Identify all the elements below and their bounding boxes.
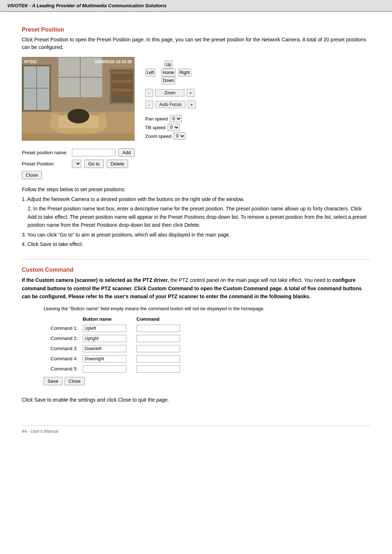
cmd-label-3: Command 3:	[44, 344, 80, 354]
steps-section: Follow the steps below to set preset pos…	[22, 186, 370, 248]
svg-rect-16	[112, 93, 132, 96]
zoom-speed-row: Zoom speed 0123	[145, 132, 196, 140]
right-button[interactable]: Right	[178, 69, 191, 77]
cmd-actions: Save Close	[44, 377, 370, 385]
preset-close-button[interactable]: Close	[22, 171, 42, 179]
cmd-close-button[interactable]: Close	[65, 377, 85, 385]
col-label-header	[44, 315, 80, 323]
cmd-row-3: Command 3:	[44, 344, 183, 354]
steps-intro: Follow the steps below to set preset pos…	[22, 186, 370, 192]
tilt-speed-label: Tilt speed	[145, 125, 166, 130]
cmd-name-input-5[interactable]	[83, 365, 126, 373]
svg-rect-19	[51, 114, 58, 128]
goto-button[interactable]: Go to	[84, 160, 104, 168]
cmd-command-input-3[interactable]	[136, 345, 180, 352]
cmd-name-input-3[interactable]	[83, 345, 126, 352]
zoom-minus-button[interactable]: -	[145, 89, 153, 97]
cmd-name-input-1[interactable]	[83, 325, 126, 332]
preset-position-select[interactable]	[72, 160, 81, 168]
col-command-header: Command	[129, 315, 183, 323]
cmd-name-input-cell-4	[80, 354, 129, 364]
svg-rect-15	[112, 89, 132, 91]
preset-position-label: Preset Position:	[22, 161, 69, 167]
page-footer: 44 - User's Manual	[22, 426, 370, 434]
custom-command-intro: If the Custom camera (scanner) is select…	[22, 276, 370, 300]
down-button[interactable]: Down	[162, 77, 176, 85]
step-3: 3. You can click "Go to" to aim at prese…	[22, 231, 370, 239]
preset-name-label: Preset position name:	[22, 150, 69, 155]
cmd-command-input-cell-3	[129, 344, 183, 354]
cmd-name-input-cell-2	[80, 333, 129, 344]
cmd-table: Button name Command Command 1:Command 2:…	[44, 315, 183, 374]
section-divider	[22, 259, 370, 259]
svg-rect-14	[112, 84, 132, 87]
cmd-name-input-4[interactable]	[83, 355, 126, 362]
cmd-command-input-cell-4	[129, 354, 183, 364]
up-button[interactable]: Up	[164, 61, 172, 69]
custom-command-section: Custom Command If the Custom camera (sca…	[22, 267, 370, 385]
preset-position-section: Preset Position Click Preset Position to…	[22, 26, 370, 179]
autofocus-row: - Auto Focus +	[145, 100, 196, 108]
step-1: 1. Adjust the Network Camera to a desire…	[22, 195, 370, 203]
autofocus-label: Auto Focus	[155, 101, 185, 108]
autofocus-minus-button[interactable]: -	[145, 100, 153, 108]
cmd-row-4: Command 4:	[44, 354, 183, 364]
preset-close-row: Close	[22, 171, 370, 179]
custom-command-title: Custom Command	[22, 267, 370, 273]
controls-panel: Up Left Home Right	[145, 57, 196, 141]
autofocus-plus-button[interactable]: +	[188, 100, 196, 108]
cmd-command-input-cell-2	[129, 333, 183, 344]
camera-overlay: IP7251 2008/05/26 19:18:38	[24, 59, 132, 64]
cmd-table-header: Button name Command	[44, 315, 183, 323]
zoom-plus-button[interactable]: +	[187, 89, 195, 97]
cmd-table-wrapper: Button name Command Command 1:Command 2:…	[44, 315, 370, 385]
svg-rect-22	[22, 134, 135, 141]
cmd-name-input-cell-1	[80, 323, 129, 333]
cmd-row-5: Command 5:	[44, 364, 183, 374]
preset-position-intro: Click Preset Position to open the Preset…	[22, 36, 370, 51]
company-name: VIVOTEK - A Leading Provider of Multimed…	[7, 3, 167, 8]
steps-list: 1. Adjust the Network Camera to a desire…	[22, 195, 370, 248]
delete-button[interactable]: Delete	[107, 160, 128, 168]
svg-rect-13	[112, 80, 132, 83]
cmd-label-2: Command 2:	[44, 333, 80, 344]
intro-rest: the PTZ control panel on the main page w…	[169, 277, 332, 283]
tilt-speed-select[interactable]: 0123	[168, 124, 180, 131]
camera-timestamp: 2008/05/26 19:18:38	[95, 59, 132, 64]
cmd-name-input-cell-3	[80, 344, 129, 354]
pan-speed-row: Pan speed 0123	[145, 115, 196, 122]
preset-position-row: Preset Position: Go to Delete	[22, 160, 370, 168]
camera-section: IP7251 2008/05/26 19:18:38 Up	[22, 57, 370, 141]
cmd-label-5: Command 5:	[44, 364, 80, 374]
cmd-command-input-5[interactable]	[136, 365, 180, 373]
tilt-speed-row: Tilt speed 0123	[145, 124, 196, 131]
col-button-name-header: Button name	[80, 315, 129, 323]
cmd-name-input-2[interactable]	[83, 335, 126, 342]
note-text: Leaving the "Button name" field empty me…	[44, 306, 370, 311]
step-2: 2. In the Preset position name text box,…	[22, 205, 370, 229]
svg-rect-12	[112, 75, 132, 78]
cmd-command-input-cell-1	[129, 323, 183, 333]
left-button[interactable]: Left	[145, 69, 155, 77]
preset-controls: Preset position name: Add Preset Positio…	[22, 148, 370, 179]
cmd-save-button[interactable]: Save	[44, 377, 62, 385]
cmd-row-1: Command 1:	[44, 323, 183, 333]
add-button[interactable]: Add	[118, 148, 135, 157]
cmd-command-input-1[interactable]	[136, 325, 180, 332]
preset-position-title: Preset Position	[22, 26, 370, 33]
cmd-command-input-cell-5	[129, 364, 183, 374]
main-content: Preset Position Click Preset Position to…	[0, 12, 392, 448]
zoom-speed-select[interactable]: 0123	[173, 132, 185, 140]
cmd-name-input-cell-5	[80, 364, 129, 374]
pan-speed-label: Pan speed	[145, 116, 168, 122]
cmd-label-4: Command 4:	[44, 354, 80, 364]
svg-point-21	[68, 109, 89, 123]
zoom-label: Zoom	[155, 89, 184, 97]
cmd-command-input-2[interactable]	[136, 335, 180, 342]
pan-speed-select[interactable]: 0123	[170, 115, 182, 122]
speeds-section: Pan speed 0123 Tilt speed 0123 Zoom spee…	[145, 115, 196, 141]
home-button[interactable]: Home	[161, 69, 176, 77]
preset-name-input[interactable]	[72, 149, 115, 156]
cmd-command-input-4[interactable]	[136, 355, 180, 362]
intro-bold-start: If the Custom camera (scanner) is select…	[22, 277, 169, 283]
